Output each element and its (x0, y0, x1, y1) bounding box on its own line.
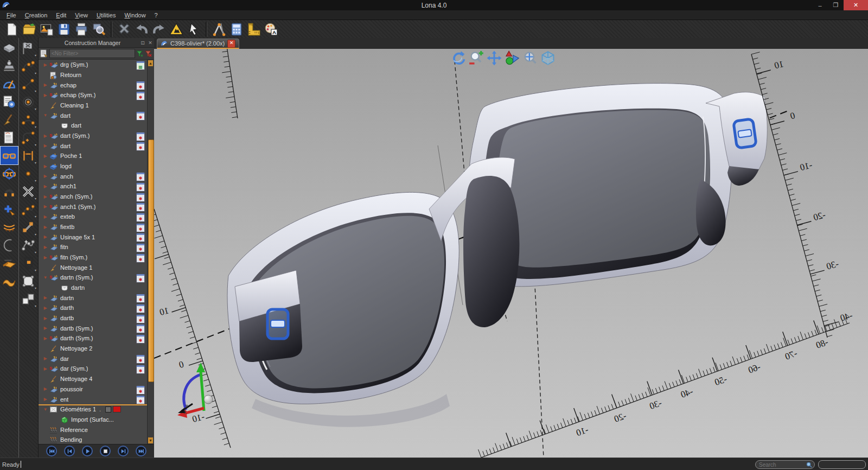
expand-icon[interactable]: ▶ (42, 316, 48, 321)
result-red-badge[interactable]: ✱ (136, 355, 145, 364)
result-red-badge[interactable]: ✱ (136, 365, 145, 374)
tree-item[interactable]: ▶fitn✱ (39, 242, 147, 252)
save-button[interactable] (56, 21, 72, 37)
appearance-editor-button[interactable]: A (263, 21, 279, 37)
expand-icon[interactable]: ▶ (42, 386, 48, 391)
open-folder-button[interactable] (21, 21, 37, 37)
offset-contour-tool[interactable]: ▾ (20, 254, 37, 272)
step-forward-button[interactable] (118, 446, 129, 456)
scrollbar-thumb[interactable] (148, 139, 154, 382)
menu-utilities[interactable]: Utilities (92, 11, 120, 19)
tab-close-icon[interactable]: ✕ (227, 40, 235, 48)
arc-curve-tool[interactable] (1, 236, 18, 254)
tree-item[interactable]: ▶dartb (Sym.)✱ (39, 323, 147, 333)
restore-button[interactable]: ❐ (828, 0, 844, 10)
tree-item[interactable]: ▶exteb✱ (39, 212, 147, 222)
expand-icon[interactable]: ▶ (42, 184, 48, 189)
tree-item[interactable]: ▶Sfitn (Sym.)✱ (39, 252, 147, 263)
corner-ruler-button[interactable] (246, 21, 262, 37)
undo-button[interactable] (133, 21, 150, 37)
tree-item[interactable]: ▶Sdar (Sym.)✱ (39, 364, 147, 374)
result-red-badge[interactable]: ✱ (136, 92, 145, 100)
expand-icon[interactable]: ▶ (42, 356, 48, 361)
new-document-button[interactable] (4, 21, 20, 37)
result-red-badge[interactable]: ✱ (136, 233, 145, 242)
play-button[interactable] (82, 446, 93, 456)
surface-slab-tool[interactable] (1, 39, 18, 57)
view-orientation-button[interactable] (504, 50, 520, 66)
knife-cut-tool[interactable]: ▾ (20, 218, 37, 236)
tree-item[interactable]: ▶Sanch1 (Sym.)✱ (39, 201, 147, 212)
expand-icon[interactable]: ▶ (42, 336, 48, 341)
tree-item[interactable]: ▶Poche 1 (39, 151, 147, 161)
result-red-badge[interactable]: ✱ (136, 81, 145, 90)
expand-icon[interactable]: ▶ (42, 234, 48, 239)
geometry-color-swatch[interactable] (113, 406, 121, 412)
result-red-badge[interactable]: ✱ (136, 203, 145, 212)
search-input[interactable] (758, 461, 806, 468)
tree-item[interactable]: ▶darth✱ (39, 303, 147, 313)
tree-item[interactable]: ▶Sechap (Sym.)✱ (39, 90, 147, 100)
isometric-view-button[interactable] (540, 50, 556, 66)
add-component-tool[interactable] (1, 200, 18, 218)
tree-item[interactable]: Retourn (39, 70, 147, 80)
result-red-badge[interactable]: ✱ (136, 224, 145, 232)
expand-icon[interactable]: ▶ (42, 143, 48, 148)
select-cursor-button[interactable] (186, 21, 202, 37)
result-red-badge[interactable]: ✱ (136, 193, 145, 202)
expand-icon[interactable]: ▶ (42, 204, 48, 209)
step-backward-button[interactable] (64, 446, 75, 456)
status-search[interactable] (755, 460, 815, 469)
tree-item[interactable]: dart (39, 120, 147, 131)
3d-canvas[interactable]: 20100-10-10-20-30-40-50-60-70-80100-10-2… (154, 49, 868, 458)
spec-document-tool[interactable] (1, 129, 18, 147)
scroll-up-icon[interactable]: ▲ (148, 60, 153, 66)
tree-item[interactable]: Nettoyage 1 (39, 262, 147, 272)
spline-gray-tool[interactable]: ▾ (20, 236, 37, 254)
stop-button[interactable] (100, 446, 111, 456)
print-button[interactable] (73, 21, 90, 37)
tree-item[interactable]: ▶fiextb✱ (39, 222, 147, 232)
eyewear-target-tool[interactable] (1, 164, 18, 182)
corner-fillet-tool[interactable]: ▾ (20, 129, 37, 147)
eyewear-design-tool[interactable] (1, 147, 18, 164)
surface-wave-tool[interactable] (1, 272, 18, 290)
tree-item[interactable]: ▶Sdart (Sym.)✱ (39, 131, 147, 141)
eyeglasses-model[interactable] (227, 84, 767, 427)
menu-view[interactable]: View (71, 11, 92, 19)
menu-edit[interactable]: Edit (52, 11, 71, 19)
expand-icon[interactable]: ▶ (42, 214, 48, 219)
flag-delete-tool[interactable]: ▾ (20, 39, 37, 57)
panel-close-icon[interactable]: ✕ (146, 40, 154, 46)
arc-3point-tool[interactable]: ▾ (20, 111, 37, 129)
filter-document-icon[interactable] (40, 49, 48, 58)
expand-icon[interactable]: ▶ (42, 62, 48, 67)
result-red-badge[interactable]: ✱ (136, 183, 145, 192)
expand-icon[interactable]: ▶ (42, 164, 48, 169)
menu-window[interactable]: Window (120, 11, 150, 19)
trim-cross-tool[interactable]: ▾ (20, 182, 37, 200)
expand-icon[interactable]: ▶ (42, 174, 48, 179)
result-red-badge[interactable]: ✱ (136, 335, 145, 344)
result-red-badge[interactable]: ✱ (136, 294, 145, 303)
result-red-badge[interactable]: ✱ (136, 213, 145, 222)
pin-icon[interactable]: ⊡ (139, 40, 146, 46)
line-segment-tool[interactable]: ▾ (20, 75, 37, 93)
tree-item[interactable]: ▶anch1✱ (39, 181, 147, 192)
result-red-badge[interactable]: ✱ (136, 244, 145, 252)
geometry-checkbox[interactable] (105, 407, 111, 412)
tree-item[interactable]: ▶logd (39, 161, 147, 172)
result-red-badge[interactable]: ✱ (136, 325, 145, 333)
result-red-badge[interactable]: ✱ (136, 142, 145, 151)
tree-item[interactable]: ▶echap✱ (39, 80, 147, 90)
point-tool[interactable]: ▾ (20, 164, 37, 182)
result-red-badge[interactable]: ✱ (136, 173, 145, 181)
result-green-badge[interactable]: ▦ (136, 61, 145, 70)
print-preview-button[interactable] (91, 21, 107, 37)
tree-item[interactable]: ▼Géométries 1. (39, 404, 147, 415)
expand-icon[interactable]: ▼ (42, 275, 48, 280)
tree-item[interactable]: ▶Sdrg (Sym.)▦ (39, 60, 147, 70)
skip-to-start-button[interactable] (46, 446, 57, 456)
result-red-badge[interactable]: ✱ (136, 274, 145, 283)
expand-icon[interactable]: ▶ (42, 82, 48, 87)
